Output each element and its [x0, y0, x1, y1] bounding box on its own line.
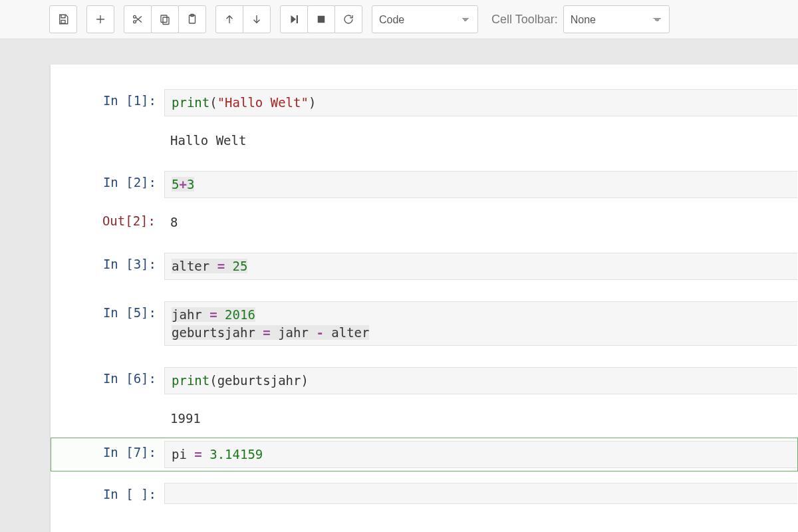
code-input[interactable]: 5+3 — [164, 171, 797, 198]
code-cell[interactable]: In [2]: 5+3 — [51, 168, 798, 201]
move-up-button[interactable] — [215, 5, 243, 33]
cell-type-select[interactable]: Code — [372, 5, 478, 33]
output-prompt-blank — [51, 406, 164, 432]
cell-body: pi = 3.14159 — [164, 441, 797, 468]
svg-rect-0 — [61, 21, 65, 24]
toolbar: Code Cell Toolbar: None — [0, 0, 798, 39]
stop-icon — [315, 13, 327, 25]
code-cell[interactable]: In [6]: print(geburtsjahr) — [51, 364, 798, 398]
paste-icon — [186, 13, 198, 25]
input-prompt: In [3]: — [51, 253, 164, 275]
step-forward-icon — [288, 13, 300, 25]
code-input[interactable]: pi = 3.14159 — [164, 441, 797, 468]
arrow-up-icon — [223, 13, 235, 25]
code-input[interactable]: alter = 25 — [164, 253, 797, 280]
input-prompt: In [6]: — [51, 367, 164, 390]
execute-result: 8 — [164, 209, 184, 235]
plus-icon — [94, 13, 106, 25]
code-cell[interactable]: In [5]: jahr = 2016 geburtsjahr = jahr -… — [51, 298, 798, 349]
code-input[interactable] — [164, 483, 797, 504]
cut-button[interactable] — [124, 5, 152, 33]
arrow-down-icon — [251, 13, 263, 25]
svg-rect-8 — [318, 16, 325, 23]
save-icon — [57, 13, 69, 25]
cell-body: jahr = 2016 geburtsjahr = jahr - alter — [164, 301, 797, 346]
paste-button[interactable] — [178, 5, 206, 33]
output-row: Out[2]: 8 — [51, 209, 798, 235]
interrupt-button[interactable] — [307, 5, 335, 33]
insert-cell-button[interactable] — [86, 5, 114, 33]
code-cell[interactable]: In [3]: alter = 25 — [51, 249, 798, 283]
move-down-button[interactable] — [243, 5, 271, 33]
run-button[interactable] — [280, 5, 308, 33]
cell-body: 5+3 — [164, 171, 797, 198]
code-input[interactable]: print(geburtsjahr) — [164, 367, 797, 394]
input-prompt: In [7]: — [51, 441, 164, 464]
input-prompt: In [1]: — [51, 89, 164, 112]
cell-toolbar-select[interactable]: None — [563, 5, 670, 33]
code-input[interactable]: print("Hallo Welt") — [164, 89, 797, 116]
input-prompt: In [2]: — [51, 171, 164, 194]
refresh-icon — [342, 13, 354, 25]
output-prompt-blank — [51, 128, 164, 154]
code-cell-empty[interactable]: In [ ]: — [51, 479, 798, 509]
restart-button[interactable] — [334, 5, 362, 33]
copy-button[interactable] — [151, 5, 179, 33]
stdout-output: Hallo Welt — [164, 128, 253, 154]
code-cell-selected[interactable]: In [7]: pi = 3.14159 — [51, 438, 798, 471]
stdout-output: 1991 — [164, 406, 207, 432]
output-prompt: Out[2]: — [51, 209, 164, 235]
notebook: In [1]: print("Hallo Welt") Hallo Welt I… — [51, 65, 798, 532]
svg-rect-7 — [297, 15, 298, 23]
output-row: Hallo Welt — [51, 128, 798, 154]
scissors-icon — [132, 13, 144, 25]
copy-icon — [159, 13, 171, 25]
cell-body: alter = 25 — [164, 253, 797, 280]
svg-rect-3 — [161, 15, 167, 23]
input-prompt: In [5]: — [51, 301, 164, 324]
code-input[interactable]: jahr = 2016 geburtsjahr = jahr - alter — [164, 301, 797, 346]
save-button[interactable] — [49, 5, 77, 33]
cell-toolbar-label: Cell Toolbar: — [491, 13, 558, 27]
svg-rect-4 — [163, 17, 169, 25]
code-cell[interactable]: In [1]: print("Hallo Welt") — [51, 86, 798, 120]
cell-body: print("Hallo Welt") — [164, 89, 797, 116]
cell-body: print(geburtsjahr) — [164, 367, 797, 394]
input-prompt: In [ ]: — [51, 483, 164, 505]
output-row: 1991 — [51, 406, 798, 432]
cell-body — [164, 483, 797, 504]
